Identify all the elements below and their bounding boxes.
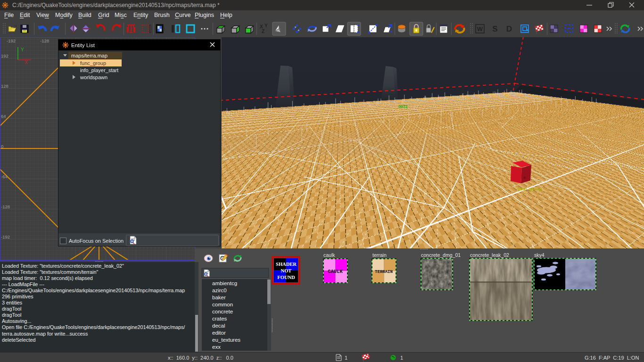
svg-text:concrete_leak_02: concrete_leak_02	[470, 252, 509, 258]
svg-text:-128: -128	[1, 204, 10, 209]
svg-text:192: 192	[1, 53, 8, 58]
svg-text:ambientcg: ambientcg	[212, 280, 237, 286]
svg-text:azirc0: azirc0	[212, 288, 227, 293]
svg-text:-64: -64	[1, 174, 8, 179]
svg-text:3072: 3072	[398, 104, 408, 109]
svg-text:64: 64	[1, 114, 6, 119]
svg-text:info_player_start: info_player_start	[80, 67, 118, 73]
svg-text:D: D	[506, 25, 512, 33]
svg-text:worldspawn: worldspawn	[80, 74, 107, 80]
svg-text:x:: 160.0 y:: 240.0 z::: x:: 160.0 y:: 240.0 z:: 0.0	[168, 355, 233, 361]
svg-text:0: 0	[1, 144, 3, 149]
svg-text:TERRAIN: TERRAIN	[375, 270, 393, 274]
svg-text:-128: -128	[40, 38, 49, 43]
svg-text:Y: Y	[21, 47, 24, 52]
svg-text:concrete_dmg_01: concrete_dmg_01	[421, 252, 461, 258]
svg-text:decal: decal	[212, 323, 225, 329]
svg-text:-192: -192	[7, 38, 16, 43]
svg-text:terrain: terrain	[372, 252, 387, 258]
svg-text:baker: baker	[212, 295, 226, 300]
svg-text:editor: editor	[212, 330, 226, 336]
svg-text:Entity List: Entity List	[71, 42, 95, 48]
svg-text:S: S	[492, 25, 497, 33]
svg-text:Y: Y	[264, 23, 268, 28]
svg-text:eu_textures: eu_textures	[212, 337, 240, 343]
svg-text:X: X	[25, 60, 28, 65]
svg-text:sky4: sky4	[534, 252, 545, 258]
svg-text:1: 1	[400, 355, 403, 361]
svg-text:caulk: caulk	[323, 252, 335, 258]
svg-text:AutoFocus on Selection: AutoFocus on Selection	[69, 238, 124, 244]
svg-text:func_group: func_group	[80, 60, 106, 66]
svg-text:CAULK: CAULK	[328, 269, 343, 274]
svg-text:maps/terra.map: maps/terra.map	[71, 53, 107, 58]
svg-text:func_group: func_group	[517, 186, 542, 191]
svg-text:concrete: concrete	[212, 309, 233, 314]
svg-text:-192: -192	[1, 234, 10, 239]
svg-text:FOUND: FOUND	[277, 275, 295, 280]
svg-text:crates: crates	[212, 316, 227, 321]
svg-text:W: W	[477, 25, 483, 33]
svg-text:SHADER: SHADER	[276, 262, 297, 267]
svg-text:Z: Z	[262, 29, 264, 34]
svg-text:1: 1	[345, 355, 347, 361]
svg-text:exx: exx	[212, 344, 221, 350]
svg-text:128: 128	[1, 83, 8, 89]
svg-text:common: common	[212, 302, 233, 307]
svg-text:G:16 F:AP C:19 L:ON: G:16 F:AP C:19 L:ON	[585, 355, 639, 361]
svg-text:NOT: NOT	[281, 268, 292, 273]
